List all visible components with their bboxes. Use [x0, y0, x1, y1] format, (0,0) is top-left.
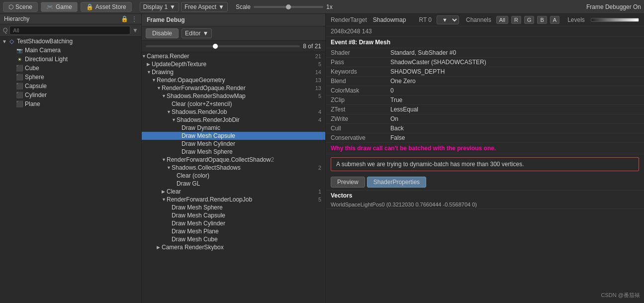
- fd-slider-row: 8 of 21: [142, 41, 325, 52]
- rt0-select[interactable]: ▼: [437, 15, 459, 24]
- batch-message: A submesh we are trying to dynamic-batch…: [331, 157, 639, 171]
- hierarchy-root-item[interactable]: ▼ ◇ TestShadowBatching: [0, 37, 141, 46]
- fd-tree: ▼ Camera.Render 21 ▶ UpdateDepthTexture …: [142, 52, 325, 303]
- fd-row-renderloop[interactable]: ▼ RenderForward.RenderLoopJob 5: [142, 196, 325, 203]
- hierarchy-item-main-camera[interactable]: 📷 Main Camera: [0, 46, 141, 55]
- fd-row-updatedepth[interactable]: ▶ UpdateDepthTexture 5: [142, 60, 325, 68]
- hierarchy-item-directional-light[interactable]: ☀ Directional Light: [0, 55, 141, 64]
- fd-row-loop-cube[interactable]: Draw Mesh Cube: [142, 235, 325, 243]
- levels-label: Levels: [567, 16, 585, 23]
- fd-slider[interactable]: [146, 45, 300, 47]
- disable-button[interactable]: Disable: [146, 28, 179, 38]
- scene-tab[interactable]: ⬡ Scene: [3, 2, 38, 12]
- vectors-header: Vectors: [326, 191, 644, 201]
- asset-store-tab[interactable]: 🔒 Asset Store: [81, 2, 132, 12]
- capsule-icon: ⬛: [16, 83, 23, 90]
- scale-slider[interactable]: [254, 6, 323, 8]
- fd-row-loop-cylinder[interactable]: Draw Mesh Cylinder: [142, 219, 325, 227]
- dim-info: 2048x2048 143: [326, 26, 644, 37]
- search-input[interactable]: [9, 26, 130, 35]
- fd-row-renderjob[interactable]: ▼ Shadows.RenderJob 4: [142, 108, 325, 116]
- prop-conservative: Conservative False: [326, 133, 644, 143]
- channel-g[interactable]: G: [524, 16, 535, 24]
- store-icon: 🔒: [86, 3, 93, 10]
- fd-row-draw-mesh-sphere[interactable]: Draw Mesh Sphere: [142, 148, 325, 156]
- frame-debugger-label: Frame Debugger On: [586, 3, 641, 10]
- hierarchy-item-cylinder[interactable]: ⬛ Cylinder: [0, 91, 141, 100]
- fd-row-loop-capsule[interactable]: Draw Mesh Capsule: [142, 211, 325, 219]
- preview-button[interactable]: Preview: [331, 177, 365, 188]
- chevron-down-icon2: ▼: [218, 3, 224, 10]
- fd-row-loop-sphere[interactable]: Draw Mesh Sphere: [142, 203, 325, 211]
- hierarchy-item-plane[interactable]: ⬛ Plane: [0, 100, 141, 108]
- hierarchy-item-sphere[interactable]: ⬛ Sphere: [0, 73, 141, 82]
- rt0-label: RT 0: [419, 16, 432, 23]
- prop-keywords: Keywords SHADOWS_DEPTH: [326, 67, 644, 77]
- fd-row-loop-plane[interactable]: Draw Mesh Plane: [142, 227, 325, 235]
- prop-ztest: ZTest LessEqual: [326, 105, 644, 114]
- fd-row-collect-shadow[interactable]: ▼ RenderForwardOpaque.CollectShadow2: [142, 156, 325, 164]
- fd-row-renderjobdir[interactable]: ▼ Shadows.RenderJobDir 4: [142, 116, 325, 124]
- expand-arrow: ▼: [2, 39, 8, 44]
- preview-row: Preview ShaderProperties: [326, 174, 644, 191]
- hierarchy-item-cube[interactable]: ⬛ Cube: [0, 64, 141, 73]
- fd-row-draw-mesh-capsule[interactable]: Draw Mesh Capsule: [142, 132, 325, 140]
- frame-debug-title: Frame Debug: [142, 14, 325, 26]
- prop-zclip: ZClip True: [326, 96, 644, 105]
- prop-zwrite: ZWrite On: [326, 114, 644, 124]
- prop-pass: Pass ShadowCaster (SHADOWCASTER): [326, 58, 644, 67]
- fd-row-clear[interactable]: ▶ Clear 1: [142, 188, 325, 196]
- prop-shader: Shader Standard, SubShader #0: [326, 48, 644, 58]
- fd-row-collect-shadows[interactable]: ▼ Shadows.CollectShadows 2: [142, 164, 325, 172]
- fd-row-draw-dynamic[interactable]: Draw Dynamic: [142, 124, 325, 132]
- dropdown-icon[interactable]: ▼: [132, 27, 138, 34]
- more-icon[interactable]: ⋮: [131, 15, 137, 22]
- fd-row-opaque[interactable]: ▼ Render.OpaqueGeometry 13: [142, 76, 325, 84]
- channel-r[interactable]: R: [511, 16, 521, 24]
- channel-a[interactable]: A: [550, 16, 559, 24]
- cube-icon2: ⬛: [16, 65, 23, 72]
- fd-row-camera-render[interactable]: ▼ Camera.Render 21: [142, 52, 325, 60]
- channel-b[interactable]: B: [537, 16, 547, 24]
- prop-cull: Cull Back: [326, 124, 644, 133]
- prop-blend: Blend One Zero: [326, 77, 644, 86]
- fd-controls: Disable Editor ▼: [142, 26, 325, 41]
- game-tab[interactable]: 🎮 Game: [41, 2, 78, 12]
- rt-row: RenderTarget Shadowmap RT 0 ▼ Channels A…: [326, 14, 644, 26]
- light-icon: ☀: [16, 56, 23, 63]
- sphere-icon: ⬛: [16, 74, 23, 81]
- lock-icon[interactable]: 🔒: [121, 15, 128, 22]
- batch-reason: Why this draw call can't be batched with…: [326, 143, 644, 154]
- fd-row-renderskybox[interactable]: ▶ Camera RenderSkybox: [142, 243, 325, 251]
- editor-select[interactable]: Editor ▼: [182, 28, 212, 38]
- fd-row-renderforward[interactable]: ▼ RenderForwardOpaque.Render 13: [142, 84, 325, 92]
- fd-row-shadowmap[interactable]: ▼ Shadows.RenderShadowMap 5: [142, 92, 325, 100]
- chevron-down-icon3: ▼: [202, 30, 208, 37]
- shader-properties-button[interactable]: ShaderProperties: [367, 177, 426, 188]
- cylinder-icon: ⬛: [16, 92, 23, 99]
- properties-panel: RenderTarget Shadowmap RT 0 ▼ Channels A…: [326, 14, 644, 303]
- fd-row-clear-color[interactable]: Clear (color): [142, 172, 325, 180]
- hierarchy-item-capsule[interactable]: ⬛ Capsule: [0, 82, 141, 91]
- rendertarget-label: RenderTarget: [331, 16, 367, 23]
- hierarchy-title-bar: Hierarchy 🔒 ⋮: [0, 14, 141, 24]
- cube-icon: ◇: [8, 38, 15, 45]
- hierarchy-panel: Hierarchy 🔒 ⋮ Q ▼ ▼ ◇ TestShadowBatching…: [0, 14, 142, 303]
- plane-icon: ⬛: [16, 101, 23, 107]
- frame-debug-panel: Frame Debug Disable Editor ▼ 8 of 21 ▼ C…: [142, 14, 326, 303]
- hierarchy-items: ▼ ◇ TestShadowBatching 📷 Main Camera ☀ D…: [0, 37, 141, 303]
- main-layout: Hierarchy 🔒 ⋮ Q ▼ ▼ ◇ TestShadowBatching…: [0, 14, 644, 303]
- top-toolbar: ⬡ Scene 🎮 Game 🔒 Asset Store Display 1 ▼…: [0, 0, 644, 14]
- fd-row-drawing[interactable]: ▼ Drawing 14: [142, 68, 325, 76]
- fd-row-draw-mesh-cylinder[interactable]: Draw Mesh Cylinder: [142, 140, 325, 148]
- levels-bar[interactable]: [591, 18, 639, 22]
- fd-current-value: 8 of 21: [303, 43, 321, 50]
- chevron-down-icon: ▼: [170, 3, 176, 10]
- channels-label: Channels: [466, 16, 491, 23]
- fd-row-clear-stencil[interactable]: Clear (color+Z+stencil): [142, 100, 325, 108]
- display-select[interactable]: Display 1 ▼: [140, 2, 179, 12]
- channel-all[interactable]: All: [496, 16, 508, 24]
- fd-row-draw-gl[interactable]: Draw GL: [142, 180, 325, 188]
- camera-icon: 📷: [16, 47, 23, 54]
- aspect-select[interactable]: Free Aspect ▼: [181, 2, 228, 12]
